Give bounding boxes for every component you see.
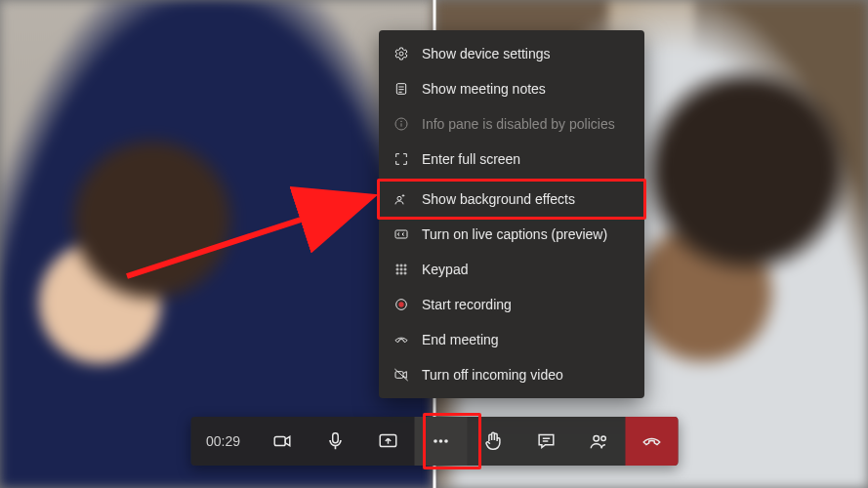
menu-item-device-settings[interactable]: Show device settings — [379, 36, 644, 71]
background-effects-icon — [393, 190, 410, 208]
video-off-icon — [393, 366, 410, 384]
fullscreen-icon — [393, 150, 410, 168]
svg-point-16 — [396, 272, 398, 274]
menu-item-label: End meeting — [422, 332, 631, 347]
camera-icon — [271, 430, 293, 452]
mic-button[interactable] — [309, 417, 361, 466]
svg-rect-25 — [332, 433, 338, 443]
menu-item-fullscreen[interactable]: Enter full screen — [379, 142, 644, 177]
notes-icon — [393, 80, 410, 98]
share-screen-icon — [377, 430, 398, 452]
raise-hand-button[interactable] — [467, 417, 519, 466]
mic-icon — [324, 430, 346, 452]
menu-item-meeting-notes[interactable]: Show meeting notes — [379, 71, 644, 106]
camera-button[interactable] — [256, 417, 309, 466]
chat-button[interactable] — [519, 417, 572, 466]
svg-point-18 — [404, 272, 406, 274]
menu-separator — [379, 179, 644, 180]
svg-point-27 — [434, 439, 437, 443]
info-icon — [393, 115, 410, 133]
menu-item-label: Start recording — [422, 297, 631, 312]
menu-item-label: Show background effects — [422, 191, 631, 207]
svg-point-29 — [444, 439, 448, 443]
meeting-toolbar: 00:29 — [190, 417, 678, 466]
end-call-icon — [393, 331, 410, 348]
menu-item-label: Enter full screen — [422, 151, 631, 167]
svg-point-11 — [400, 264, 402, 266]
svg-point-15 — [404, 268, 406, 270]
svg-point-14 — [400, 268, 402, 270]
svg-point-20 — [398, 302, 403, 306]
menu-item-background-effects[interactable]: Show background effects — [379, 182, 644, 217]
svg-point-12 — [404, 264, 406, 266]
menu-item-label: Turn off incoming video — [422, 367, 631, 383]
more-icon — [430, 430, 451, 452]
menu-item-label: Keypad — [422, 262, 631, 277]
share-button[interactable] — [361, 417, 414, 466]
svg-point-7 — [401, 121, 402, 122]
svg-rect-24 — [274, 436, 285, 445]
keypad-icon — [393, 261, 410, 278]
menu-item-live-captions[interactable]: Turn on live captions (preview) — [379, 217, 644, 252]
svg-point-0 — [399, 52, 403, 56]
menu-item-info-disabled: Info pane is disabled by policies — [379, 106, 644, 142]
svg-rect-9 — [395, 230, 407, 238]
svg-point-8 — [397, 196, 401, 200]
call-timer: 00:29 — [190, 417, 256, 466]
menu-item-end-meeting[interactable]: End meeting — [379, 322, 644, 357]
record-icon — [393, 296, 410, 313]
more-actions-menu: Show device settings Show meeting notes … — [379, 30, 644, 398]
menu-item-label: Show meeting notes — [422, 81, 631, 97]
svg-point-17 — [400, 272, 402, 274]
svg-point-32 — [594, 436, 599, 442]
menu-item-incoming-video-off[interactable]: Turn off incoming video — [379, 357, 644, 392]
hangup-icon — [641, 430, 662, 452]
menu-item-label: Info pane is disabled by policies — [422, 116, 631, 132]
svg-point-10 — [396, 264, 398, 266]
participant-tile — [0, 0, 434, 488]
chat-icon — [535, 430, 557, 452]
svg-point-33 — [600, 436, 605, 441]
people-icon — [588, 430, 609, 452]
people-button[interactable] — [572, 417, 625, 466]
more-actions-button[interactable] — [414, 417, 467, 466]
menu-item-label: Show device settings — [422, 46, 631, 61]
menu-item-label: Turn on live captions (preview) — [422, 226, 631, 242]
raise-hand-icon — [482, 430, 504, 452]
gear-icon — [393, 45, 410, 62]
svg-point-13 — [396, 268, 398, 270]
captions-icon — [393, 225, 410, 243]
svg-point-28 — [438, 439, 442, 443]
hangup-button[interactable] — [625, 417, 678, 466]
menu-item-start-recording[interactable]: Start recording — [379, 287, 644, 322]
menu-item-keypad[interactable]: Keypad — [379, 252, 644, 287]
svg-line-22 — [394, 369, 407, 381]
